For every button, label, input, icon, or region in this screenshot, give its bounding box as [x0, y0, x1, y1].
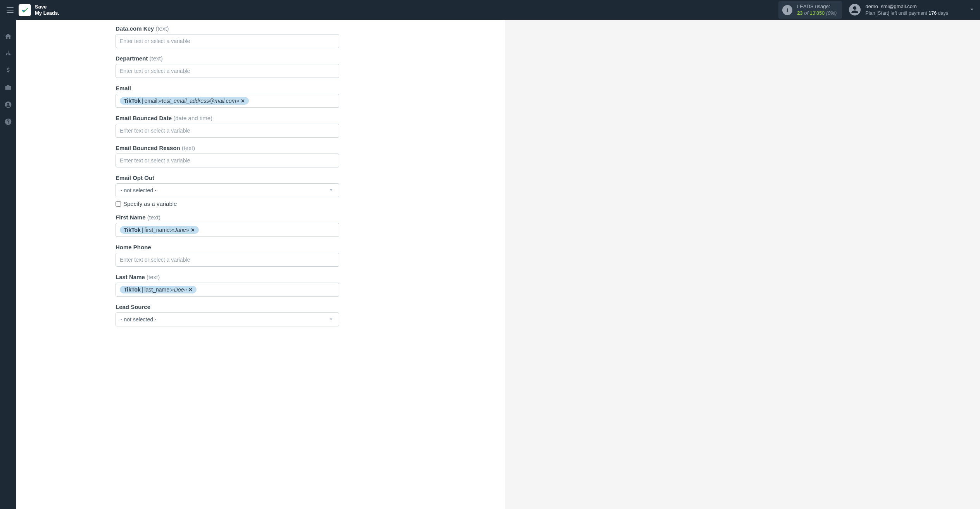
user-menu[interactable]: demo_sml@gmail.com Plan |Start| left unt…	[849, 3, 975, 16]
email-tag: TikTok | email: «test_email_address@mail…	[120, 97, 249, 105]
topbar: Save My Leads. i LEADS usage: 23 of 13'8…	[0, 0, 980, 20]
field-email: Email TikTok | email: «test_email_addres…	[116, 85, 505, 108]
last-name-tag: TikTok | last_name: «Doe» ✕	[120, 286, 197, 293]
logo[interactable]	[19, 4, 31, 16]
department-input[interactable]	[116, 64, 339, 78]
field-last-name: Last Name (text) TikTok | last_name: «Do…	[116, 274, 505, 297]
field-datacom-key: Data.com Key (text)	[116, 25, 505, 48]
remove-tag-icon[interactable]: ✕	[188, 287, 193, 293]
help-icon[interactable]	[4, 117, 12, 126]
first-name-tag: TikTok | first_name: «Jane» ✕	[120, 226, 199, 234]
chevron-down-icon[interactable]	[968, 6, 975, 14]
datacom-key-input[interactable]	[116, 34, 339, 48]
briefcase-icon[interactable]	[4, 83, 12, 92]
field-first-name: First Name (text) TikTok | first_name: «…	[116, 214, 505, 237]
last-name-input[interactable]: TikTok | last_name: «Doe» ✕	[116, 283, 339, 297]
opt-out-select[interactable]: - not selected -	[116, 183, 339, 197]
brand-text: Save My Leads.	[35, 4, 59, 16]
field-email-bounced-date: Email Bounced Date (date and time)	[116, 115, 505, 138]
field-lead-source: Lead Source - not selected -	[116, 304, 505, 326]
field-home-phone: Home Phone	[116, 244, 505, 267]
field-department: Department (text)	[116, 55, 505, 78]
bounced-reason-input[interactable]	[116, 154, 339, 167]
sitemap-icon[interactable]	[4, 49, 12, 58]
hamburger-icon	[7, 7, 14, 13]
info-icon: i	[782, 5, 792, 15]
lead-source-select[interactable]: - not selected -	[116, 312, 339, 326]
dollar-icon[interactable]	[4, 66, 12, 75]
home-phone-input[interactable]	[116, 253, 339, 267]
remove-tag-icon[interactable]: ✕	[241, 98, 245, 104]
usage-text: LEADS usage: 23 of 13'850 (0%)	[797, 3, 837, 17]
remove-tag-icon[interactable]: ✕	[191, 227, 195, 233]
chevron-down-icon	[328, 316, 334, 323]
usage-indicator[interactable]: i LEADS usage: 23 of 13'850 (0%)	[778, 1, 842, 19]
field-email-bounced-reason: Email Bounced Reason (text)	[116, 145, 505, 167]
first-name-input[interactable]: TikTok | first_name: «Jane» ✕	[116, 223, 339, 237]
avatar-icon	[849, 4, 861, 16]
menu-toggle-button[interactable]	[5, 5, 16, 16]
user-info: demo_sml@gmail.com Plan |Start| left unt…	[865, 3, 948, 16]
checkmark-icon	[21, 6, 29, 14]
chevron-down-icon	[328, 187, 334, 194]
sidebar	[0, 20, 16, 509]
email-input[interactable]: TikTok | email: «test_email_address@mail…	[116, 94, 339, 108]
form-panel: Data.com Key (text) Department (text) Em…	[16, 20, 505, 509]
user-circle-icon[interactable]	[4, 100, 12, 109]
field-email-opt-out: Email Opt Out - not selected - Specify a…	[116, 174, 505, 207]
specify-variable-checkbox[interactable]: Specify as a variable	[116, 200, 505, 207]
home-icon[interactable]	[4, 32, 12, 41]
bounced-date-input[interactable]	[116, 124, 339, 138]
